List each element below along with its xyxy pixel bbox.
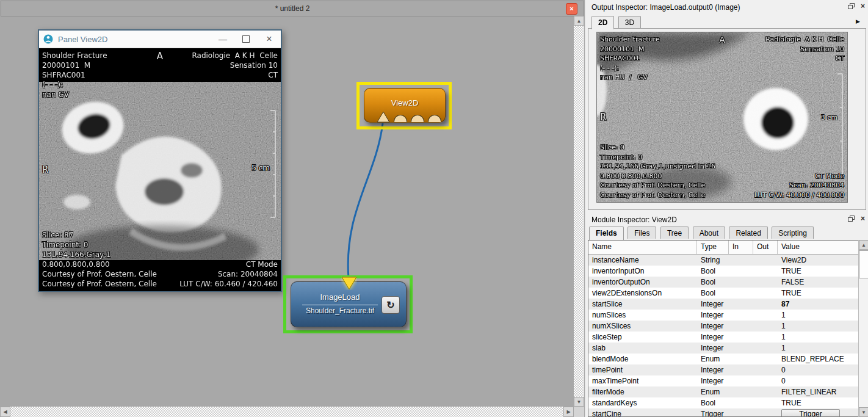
column-header-out[interactable]: Out bbox=[753, 241, 778, 254]
table-row[interactable]: startSliceInteger87 bbox=[588, 299, 868, 310]
output-inspector-image[interactable]: Shoulder Fracture20000101 MSHFRAC001(- -… bbox=[596, 32, 848, 203]
table-row[interactable]: inventorInputOnBoolTRUE bbox=[588, 266, 868, 277]
column-header-value[interactable]: Value bbox=[778, 241, 858, 254]
table-cell: Enum bbox=[697, 388, 729, 396]
float-panel-icon[interactable] bbox=[848, 3, 855, 9]
table-row[interactable]: timePointInteger0 bbox=[588, 364, 868, 375]
overlay-line: CT Mode bbox=[179, 259, 278, 269]
input-connector-icon[interactable] bbox=[428, 115, 441, 122]
trigger-button[interactable]: Trigger bbox=[781, 409, 840, 417]
table-cell: filterMode bbox=[588, 388, 697, 396]
table-cell-value: 87 bbox=[778, 300, 858, 308]
input-connector-icon[interactable] bbox=[411, 115, 424, 122]
table-cell: sliceStep bbox=[588, 333, 697, 341]
float-panel-icon[interactable] bbox=[848, 216, 855, 222]
network-canvas[interactable]: * untitled 2 × Panel View2D — × bbox=[0, 0, 585, 417]
reload-icon[interactable]: ↻ bbox=[382, 296, 400, 314]
overlay-scale-label: 5 cm bbox=[251, 163, 270, 173]
table-row[interactable]: sliceStepInteger1 bbox=[588, 332, 868, 343]
tab-3d[interactable]: 3D bbox=[618, 16, 641, 28]
table-row[interactable]: filterModeEnumFILTER_LINEAR bbox=[588, 386, 868, 397]
overlay-line: Scan: 20040804 bbox=[754, 181, 844, 190]
tab-scripting[interactable]: Scripting bbox=[772, 227, 814, 239]
tab-related[interactable]: Related bbox=[729, 227, 767, 239]
scroll-left-icon[interactable]: ◀ bbox=[0, 407, 10, 417]
output-connector-triangle-icon[interactable] bbox=[341, 277, 357, 290]
table-cell: maxTimePoint bbox=[588, 377, 697, 385]
canvas-horizontal-scrollbar[interactable]: ◀ ▶ bbox=[0, 407, 574, 417]
table-cell: Trigger bbox=[697, 410, 729, 417]
ct-image-view2d[interactable]: Shoulder Fracture20000101 MSHFRAC001(- -… bbox=[39, 48, 281, 291]
overlay-line: Courtesy of Prof. Oestern, Celle bbox=[600, 181, 715, 190]
application-window: * untitled 2 × Panel View2D — × bbox=[0, 0, 868, 417]
table-cell: numSlices bbox=[588, 311, 697, 319]
node-divider bbox=[302, 305, 378, 305]
table-cell: startSlice bbox=[588, 300, 697, 308]
view2d-node-label: View2D bbox=[364, 98, 445, 107]
column-header-name[interactable]: Name bbox=[588, 241, 697, 254]
imageload-node-filename: Shoulder_Fracture.tif bbox=[291, 306, 389, 315]
table-row[interactable]: slabInteger1 bbox=[588, 343, 868, 354]
connected-input-triangle-icon[interactable] bbox=[377, 111, 390, 123]
table-row[interactable]: blendModeEnumBLEND_REPLACE bbox=[588, 354, 868, 364]
tab-scroll-right-icon[interactable]: ▶ bbox=[856, 18, 860, 24]
column-header-in[interactable]: In bbox=[729, 241, 753, 254]
overlay-orientation-left: R bbox=[42, 164, 48, 175]
overlay-line: Scan: 20040804 bbox=[179, 269, 278, 279]
fields-table-body: instanceNameStringView2DinventorInputOnB… bbox=[588, 255, 868, 417]
tab-2d[interactable]: 2D bbox=[591, 16, 614, 29]
scrollbar-thumb[interactable] bbox=[859, 250, 868, 278]
tab-fields[interactable]: Fields bbox=[589, 227, 624, 240]
scroll-up-icon[interactable]: ▲ bbox=[574, 16, 584, 26]
table-row[interactable]: maxTimePointInteger0 bbox=[588, 375, 868, 386]
close-panel-icon[interactable]: × bbox=[861, 215, 865, 222]
overlay-line: 20000101 M bbox=[600, 45, 660, 54]
panel-title: Panel View2D bbox=[58, 35, 107, 44]
input-connector-icon[interactable] bbox=[394, 115, 407, 122]
table-cell: Bool bbox=[697, 267, 729, 275]
overlay-mode-info: CT ModeScan: 20040804LUT C/W: 60.460 / 4… bbox=[179, 259, 278, 289]
overlay-line: Slice: 87 bbox=[42, 230, 157, 240]
module-inspector-controls: × bbox=[848, 215, 865, 222]
scroll-up-icon[interactable]: ▲ bbox=[859, 240, 868, 250]
overlay-line: CT bbox=[765, 54, 844, 63]
overlay-line: (- - -): bbox=[600, 63, 660, 73]
close-icon[interactable]: × bbox=[259, 31, 280, 48]
scroll-down-icon[interactable]: ▼ bbox=[859, 407, 868, 417]
table-cell-value: TRUE bbox=[778, 289, 858, 297]
close-panel-icon[interactable]: × bbox=[861, 2, 865, 10]
tab-files[interactable]: Files bbox=[627, 227, 656, 239]
panel-view2d-window[interactable]: Panel View2D — × bbox=[38, 29, 282, 292]
table-cell: Integer bbox=[697, 344, 729, 352]
tab-tree[interactable]: Tree bbox=[660, 227, 689, 239]
column-header-type[interactable]: Type bbox=[697, 241, 729, 254]
table-cell: Integer bbox=[697, 311, 729, 319]
fields-table-header[interactable]: Name Type In Out Value bbox=[588, 241, 868, 255]
scroll-down-icon[interactable]: ▼ bbox=[574, 397, 584, 407]
table-row[interactable]: inventorOutputOnBoolFALSE bbox=[588, 277, 868, 288]
canvas-vertical-scrollbar[interactable]: ▲ ▼ bbox=[574, 16, 584, 407]
overlay-line: 0.800,0.800,0.800 bbox=[600, 172, 715, 181]
table-cell-value: BLEND_REPLACE bbox=[778, 355, 858, 363]
overlay-orientation-left: R bbox=[600, 112, 606, 123]
table-row[interactable]: standardKeysBoolTRUE bbox=[588, 397, 868, 408]
output-inspector-controls: × bbox=[848, 2, 865, 10]
table-row[interactable]: numXSlicesInteger1 bbox=[588, 321, 868, 332]
maximize-icon[interactable] bbox=[236, 31, 256, 48]
overlay-institution: Radiologie A K H CelleSensation 10CT bbox=[192, 51, 278, 80]
table-row[interactable]: view2DExtensionsOnBoolTRUE bbox=[588, 288, 868, 299]
table-cell: Integer bbox=[697, 322, 729, 330]
overlay-line: Slice: 0 bbox=[600, 143, 715, 153]
table-vertical-scrollbar[interactable]: ▲ ▼ bbox=[858, 240, 868, 417]
table-row[interactable]: startCineTriggerTrigger bbox=[588, 408, 868, 417]
table-cell: slab bbox=[588, 344, 697, 352]
table-row[interactable]: numSlicesInteger1 bbox=[588, 310, 868, 321]
table-cell-value: FALSE bbox=[778, 278, 858, 286]
tab-about[interactable]: About bbox=[693, 227, 725, 239]
minimize-icon[interactable]: — bbox=[212, 31, 233, 48]
panel-titlebar[interactable]: Panel View2D — × bbox=[39, 31, 281, 48]
close-document-button[interactable]: × bbox=[566, 3, 577, 15]
table-row[interactable]: instanceNameStringView2D bbox=[588, 255, 868, 266]
scroll-right-icon[interactable]: ▶ bbox=[563, 407, 574, 417]
document-title: * untitled 2 bbox=[275, 4, 310, 13]
